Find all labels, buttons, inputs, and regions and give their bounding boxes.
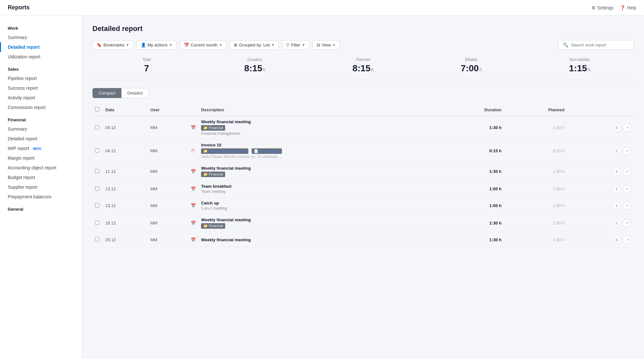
stat-planned: Planned 8:15h: [309, 57, 417, 74]
search-box: 🔍: [558, 40, 634, 50]
billing-action-button[interactable]: $: [612, 235, 621, 244]
row-checkbox[interactable]: [95, 203, 99, 207]
row-checkbox[interactable]: [95, 169, 99, 173]
detailed-view-button[interactable]: Detailed: [121, 88, 149, 98]
settings-button[interactable]: ⚙ Settings: [591, 5, 614, 10]
user-cell: MM: [148, 181, 188, 197]
stats-row: Total 7 Duration 8:15h Planned 8:15h Bil…: [92, 57, 634, 80]
sidebar-section-work: Work: [0, 21, 82, 33]
type-icon-cell: 📅: [188, 232, 198, 247]
table-row: 18.12MM📅Weekly financial meeting📁 Financ…: [92, 214, 634, 232]
desc-sub: Financial management: [201, 131, 438, 136]
sidebar-item-prepayment-balances[interactable]: Prepayment balances: [0, 192, 82, 202]
sidebar-item-budget-report[interactable]: Budget report: [0, 173, 82, 182]
billing-action-button[interactable]: $: [612, 219, 621, 227]
sidebar-item-activity-report[interactable]: Activity report: [0, 93, 82, 103]
chevron-down-icon: ▼: [271, 43, 274, 47]
page-title: Detailed report: [92, 25, 634, 33]
desc-main: Weekly financial meeting: [201, 237, 438, 242]
company-tag: 📄 Sunny Corp.: [252, 148, 282, 154]
billing-action-button[interactable]: $: [612, 124, 621, 132]
report-table: Date User Description Duration Planned 0…: [92, 104, 634, 247]
billing-action-button[interactable]: $: [612, 167, 621, 176]
sidebar-item-wip-report[interactable]: WIP report BETA: [0, 144, 82, 153]
duration-cell: 1:30 h: [441, 116, 504, 139]
navigate-action-button[interactable]: ↗: [623, 202, 631, 210]
sidebar-item-pipeline-report[interactable]: Pipeline report: [0, 74, 82, 83]
sidebar-item-success-report[interactable]: Success report: [0, 83, 82, 93]
actions-cell: $ ↗: [567, 214, 634, 232]
chevron-down-icon: ▼: [302, 43, 305, 47]
navigate-action-button[interactable]: ↗: [623, 147, 631, 155]
duration-cell: 1:30 h: [441, 214, 504, 232]
sidebar-section-sales: Sales: [0, 62, 82, 74]
navigate-action-button[interactable]: ↗: [623, 167, 631, 176]
billing-action-button[interactable]: $: [612, 147, 621, 155]
row-checkbox[interactable]: [95, 148, 99, 153]
type-icon-cell: 📅: [188, 197, 198, 214]
user-cell: MM: [148, 214, 188, 232]
description-cell: Weekly financial meeting: [198, 232, 441, 247]
sidebar-item-summary-work[interactable]: Summary: [0, 33, 82, 42]
navigate-action-button[interactable]: ↗: [623, 124, 631, 132]
billing-action-button[interactable]: $: [612, 202, 621, 210]
planned-cell: 1:30 h: [504, 232, 567, 247]
calendar-icon: 📅: [191, 125, 196, 130]
help-button[interactable]: ❓ Help: [620, 5, 636, 10]
my-actions-button[interactable]: 👤 My actions ▼: [137, 40, 177, 50]
sidebar-item-commission-report[interactable]: Commission report: [0, 103, 82, 112]
user-cell: MM: [148, 116, 188, 139]
desc-main: Weekly financial meeting: [201, 217, 438, 222]
sidebar-item-margin-report[interactable]: Margin report: [0, 153, 82, 163]
topbar-actions: ⚙ Settings ❓ Help: [591, 5, 636, 10]
user-cell: MM: [148, 163, 188, 181]
sidebar-item-utilization-report[interactable]: Utilization report: [0, 52, 82, 62]
stat-billable: Billable 7:00h: [417, 57, 525, 74]
select-all-checkbox[interactable]: [95, 107, 99, 111]
chevron-down-icon: ▼: [332, 43, 336, 47]
row-checkbox[interactable]: [95, 125, 99, 129]
description-cell: Weekly financial meeting📁 FinancialFinan…: [198, 116, 441, 139]
duration-cell: 1:30 h: [441, 232, 504, 247]
stat-duration: Duration 8:15h: [201, 57, 309, 74]
table-row: 11.12MM📅Weekly financial meeting📁 Financ…: [92, 163, 634, 181]
planned-cell: 1:00 h: [504, 197, 567, 214]
row-checkbox[interactable]: [95, 237, 99, 241]
sidebar-item-detailed-report[interactable]: Detailed report: [0, 42, 82, 52]
sidebar-item-supplier-report[interactable]: Supplier report: [0, 182, 82, 192]
navigate-action-button[interactable]: ↗: [623, 219, 631, 227]
sidebar-item-detailed-report-financial[interactable]: Detailed report: [0, 134, 82, 144]
description-cell: Invoice 10 📁 Project for Sunny Corp. 📄 S…: [198, 139, 441, 163]
calendar-icon: 📅: [191, 169, 196, 174]
user-cell: MM: [148, 139, 188, 163]
compact-view-button[interactable]: Compact: [92, 88, 121, 98]
description-cell: Team breakfastTeam meeting: [198, 181, 441, 197]
sidebar-item-accounting-object-report[interactable]: Accounting object report: [0, 163, 82, 173]
type-icon-cell: 📅: [188, 181, 198, 197]
billing-action-button[interactable]: $: [612, 185, 621, 193]
search-input[interactable]: [571, 43, 629, 47]
row-checkbox[interactable]: [95, 221, 99, 225]
chevron-down-icon: ▼: [169, 43, 172, 47]
actions-cell: $ ↗: [567, 181, 634, 197]
description-column-header: Description: [198, 104, 441, 116]
grouped-by-button[interactable]: ⊞ Grouped by: List ▼: [230, 40, 279, 50]
current-month-button[interactable]: 📅 Current month ▼: [180, 40, 226, 50]
filter-button[interactable]: ▽ Filter ▼: [282, 40, 309, 50]
topbar: Reports ⚙ Settings ❓ Help: [0, 0, 644, 15]
type-icon-cell: 📅: [188, 163, 198, 181]
navigate-action-button[interactable]: ↗: [623, 235, 631, 244]
calendar-icon: 📅: [191, 221, 196, 225]
stat-total: Total 7: [92, 57, 201, 74]
navigate-action-button[interactable]: ↗: [623, 185, 631, 193]
sidebar-section-financial: Financial: [0, 112, 82, 124]
main-content: Detailed report 🔖 Bookmarks ▼ 👤 My actio…: [82, 15, 644, 359]
view-button[interactable]: ⊟ View ▼: [312, 40, 340, 50]
sidebar-item-summary-financial[interactable]: Summary: [0, 124, 82, 134]
date-cell: 11.12: [103, 163, 148, 181]
bookmarks-button[interactable]: 🔖 Bookmarks ▼: [92, 40, 133, 50]
stat-non-billable: Non-billable 1:15h: [525, 57, 634, 74]
actions-cell: $ ↗: [567, 116, 634, 139]
type-icon-cell: 📅: [188, 116, 198, 139]
row-checkbox[interactable]: [95, 186, 99, 191]
